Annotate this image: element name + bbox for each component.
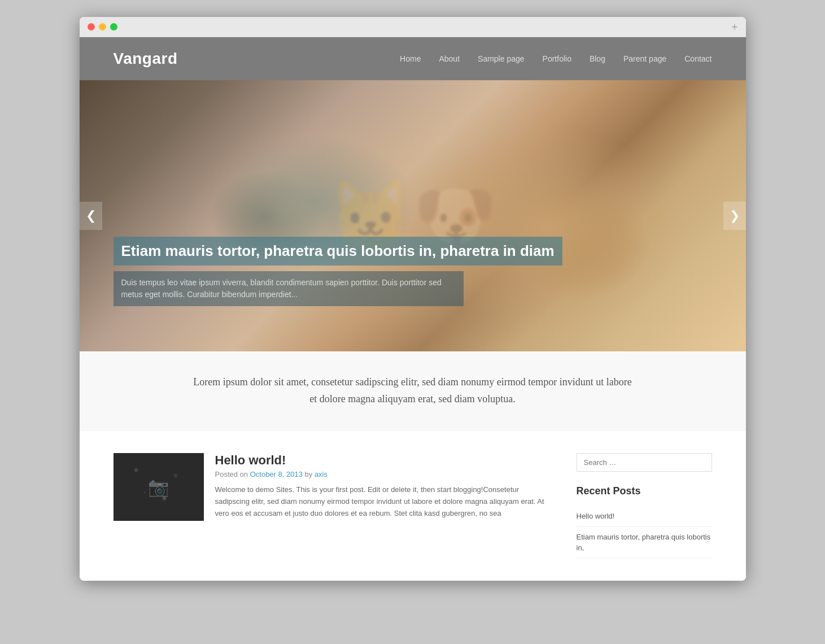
nav-item-sample[interactable]: Sample page — [478, 54, 525, 64]
main-nav: Home About Sample page Portfolio Blog Pa… — [400, 54, 711, 64]
post-thumbnail — [114, 453, 204, 521]
nav-item-blog[interactable]: Blog — [590, 54, 605, 64]
post-content: Hello world! Posted on October 8, 2013 b… — [215, 453, 554, 521]
main-content: Hello world! Posted on October 8, 2013 b… — [80, 430, 746, 581]
nav-item-portfolio[interactable]: Portfolio — [543, 54, 571, 64]
browser-window: + Vangard Home About Sample page Portfol… — [80, 17, 746, 581]
intro-section: Lorem ipsum dolor sit amet, consetetur s… — [80, 351, 746, 430]
recent-posts-title: Recent Posts — [577, 485, 712, 497]
dot-yellow[interactable] — [99, 23, 106, 31]
hero-overlay: Etiam mauris tortor, pharetra quis lobor… — [114, 237, 712, 306]
post-author-prefix: by — [305, 470, 315, 478]
nav-item-contact[interactable]: Contact — [684, 54, 711, 64]
recent-post-item[interactable]: Hello world! — [577, 506, 712, 526]
site-title: Vangard — [114, 50, 178, 68]
hero-caption-title: Etiam mauris tortor, pharetra quis lobor… — [114, 237, 562, 266]
browser-new-tab-icon[interactable]: + — [731, 21, 737, 33]
nav-link-about[interactable]: About — [439, 54, 460, 63]
nav-item-home[interactable]: Home — [400, 54, 421, 64]
hero-slider: ❮ ❯ Etiam mauris tortor, pharetra quis l… — [80, 80, 746, 351]
sidebar: Recent Posts Hello world! Etiam mauris t… — [577, 453, 712, 558]
post-date-link[interactable]: October 8, 2013 — [250, 470, 303, 478]
slider-prev-button[interactable]: ❮ — [80, 202, 102, 230]
post-title[interactable]: Hello world! — [215, 453, 554, 468]
hero-image — [80, 80, 746, 351]
hero-caption-text: Duis tempus leo vitae ipsum viverra, bla… — [114, 271, 464, 306]
recent-posts-list: Hello world! Etiam mauris tortor, pharet… — [577, 506, 712, 558]
post-excerpt: Welcome to demo Sites. This is your firs… — [215, 484, 554, 519]
slider-next-button[interactable]: ❯ — [723, 202, 746, 230]
browser-dots — [88, 23, 117, 31]
nav-link-blog[interactable]: Blog — [590, 54, 605, 63]
browser-chrome: + — [80, 17, 746, 37]
dot-red[interactable] — [88, 23, 95, 31]
site-header: Vangard Home About Sample page Portfolio… — [80, 37, 746, 80]
post-meta-prefix: Posted on — [215, 470, 248, 478]
recent-post-item[interactable]: Etiam mauris tortor, pharetra quis lobor… — [577, 527, 712, 558]
nav-link-contact[interactable]: Contact — [684, 54, 711, 63]
nav-item-about[interactable]: About — [439, 54, 460, 64]
nav-link-parent[interactable]: Parent page — [623, 54, 666, 63]
post-item: Hello world! Posted on October 8, 2013 b… — [114, 453, 554, 521]
nav-link-portfolio[interactable]: Portfolio — [543, 54, 571, 63]
nav-link-sample[interactable]: Sample page — [478, 54, 525, 63]
nav-link-home[interactable]: Home — [400, 54, 421, 63]
intro-text: Lorem ipsum dolor sit amet, consetetur s… — [193, 374, 633, 407]
post-author-link[interactable]: axis — [315, 470, 328, 478]
search-input[interactable] — [577, 453, 712, 472]
posts-column: Hello world! Posted on October 8, 2013 b… — [114, 453, 554, 558]
recent-post-link[interactable]: Hello world! — [577, 512, 615, 520]
dot-green[interactable] — [110, 23, 117, 31]
post-meta: Posted on October 8, 2013 by axis — [215, 470, 554, 478]
chevron-left-icon: ❮ — [86, 208, 96, 223]
nav-item-parent[interactable]: Parent page — [623, 54, 666, 64]
chevron-right-icon: ❯ — [730, 208, 740, 223]
nav-list: Home About Sample page Portfolio Blog Pa… — [400, 54, 711, 64]
recent-post-link[interactable]: Etiam mauris tortor, pharetra quis lobor… — [577, 533, 711, 552]
